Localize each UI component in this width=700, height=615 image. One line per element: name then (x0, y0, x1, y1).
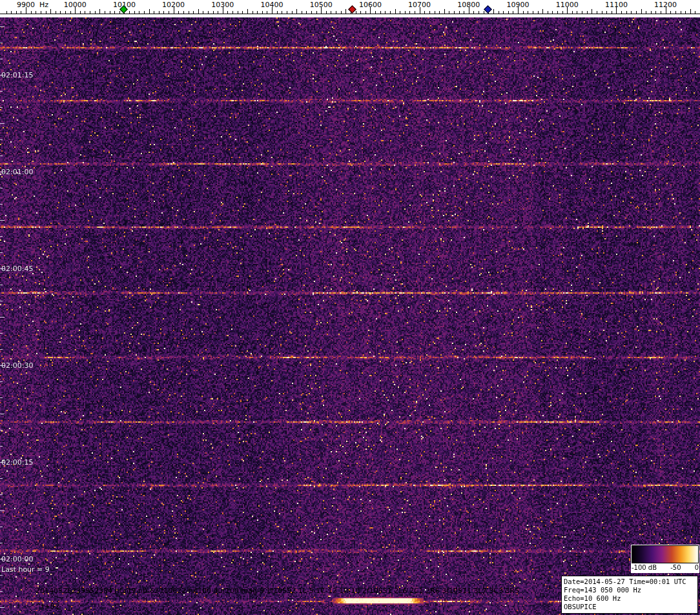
ruler-tick (582, 11, 582, 14)
ruler-tick (631, 11, 632, 14)
colorbar-mid-label: -50 (670, 564, 681, 571)
ruler-tick (336, 11, 336, 14)
frequency-ruler[interactable]: 9900100001010010200103001040010500106001… (0, 0, 700, 17)
freq-tick-label: 10700 (408, 1, 431, 9)
ruler-tick (533, 11, 533, 14)
ruler-tick (242, 11, 243, 14)
ruler-tick (538, 11, 539, 14)
ruler-tick (11, 11, 12, 14)
freq-unit-label: Hz (39, 1, 48, 9)
info-echo-line: Echo=10 600 Hz (564, 594, 695, 603)
ruler-tick (606, 11, 607, 14)
info-freq-line: Freq=143 050 000 Hz (564, 586, 695, 594)
ruler-tick (326, 11, 327, 14)
freq-tick-label: 10800 (457, 1, 480, 9)
ruler-tick (562, 11, 563, 14)
ruler-tick (41, 11, 41, 14)
ruler-tick (60, 11, 61, 14)
ruler-tick (523, 11, 524, 14)
ruler-tick (227, 11, 228, 14)
ruler-tick (621, 11, 622, 14)
ruler-tick (459, 11, 460, 14)
freq-tick-label: 10500 (310, 1, 333, 9)
ruler-tick (169, 11, 169, 14)
ruler-tick (380, 11, 381, 14)
colorbar-legend: -100 dB -50 0 (631, 545, 699, 573)
ruler-tick (110, 11, 110, 14)
ruler-tick (90, 11, 90, 14)
ruler-tick (31, 11, 32, 14)
freq-tick-label: 10200 (162, 1, 185, 9)
ruler-tick (306, 11, 307, 14)
ruler-tick (646, 11, 646, 14)
ruler-tick (587, 11, 588, 14)
ruler-tick (198, 9, 199, 14)
ruler-tick (365, 11, 366, 14)
ruler-tick (552, 11, 553, 14)
ruler-tick (651, 11, 652, 14)
ruler-tick (484, 11, 484, 14)
freq-tick-label: 11100 (605, 1, 628, 9)
info-station-line: OBSUPICE (564, 603, 695, 611)
ruler-tick (6, 11, 7, 14)
ruler-tick (287, 11, 287, 14)
ruler-tick (252, 11, 253, 14)
ruler-tick (405, 11, 406, 14)
ruler-tick (302, 11, 302, 14)
ruler-tick (292, 11, 293, 14)
colorbar-labels: -100 dB -50 0 (632, 564, 699, 571)
ruler-tick (218, 11, 218, 14)
ruler-tick (636, 11, 637, 14)
colorbar-max-label: 0 (695, 564, 699, 571)
ruler-tick (21, 11, 21, 14)
ruler-tick (316, 11, 317, 14)
ruler-tick (395, 9, 396, 14)
ruler-tick (163, 11, 164, 14)
freq-tick-label: 10000 (64, 1, 87, 9)
ruler-tick (149, 9, 150, 14)
ruler-tick (356, 11, 356, 14)
ruler-tick (341, 11, 342, 14)
ruler-tick (602, 11, 602, 14)
ruler-tick (232, 11, 233, 14)
ruler-tick (208, 11, 209, 14)
ruler-tick (46, 11, 46, 14)
ruler-tick (189, 11, 189, 14)
ruler-tick (238, 11, 238, 14)
blue-marker-diamond-icon[interactable] (484, 5, 492, 14)
ruler-tick (424, 11, 425, 14)
ruler-tick (193, 11, 194, 14)
ruler-tick (473, 11, 474, 14)
ruler-tick (178, 11, 179, 14)
ruler-tick (50, 9, 51, 14)
ruler-tick (685, 11, 686, 14)
ruler-tick (277, 11, 278, 14)
ruler-tick (695, 11, 695, 14)
freq-tick-label: 10300 (211, 1, 234, 9)
ruler-tick (85, 11, 85, 14)
ruler-tick (257, 11, 258, 14)
ruler-tick (454, 11, 455, 14)
info-box: Date=2014-05-27 Time=00:01 UTC Freq=143 … (561, 576, 698, 614)
ruler-tick (503, 11, 504, 14)
ruler-tick (409, 11, 410, 14)
ruler-tick (139, 11, 139, 14)
info-date-line: Date=2014-05-27 Time=00:01 UTC (564, 578, 695, 586)
ruler-tick (670, 11, 671, 14)
ruler-tick (429, 11, 430, 14)
ruler-tick (360, 11, 361, 14)
ruler-tick (479, 11, 479, 14)
spectrogram-canvas[interactable] (0, 17, 700, 615)
ruler-tick (203, 11, 203, 14)
ruler-tick (415, 11, 415, 14)
ruler-tick (36, 11, 36, 14)
ruler-tick (80, 11, 81, 14)
freq-tick-label: 10400 (261, 1, 283, 9)
ruler-tick (626, 11, 627, 14)
ruler-tick (282, 11, 282, 14)
ruler-tick (144, 11, 145, 14)
ruler-tick (114, 11, 115, 14)
ruler-tick (435, 11, 435, 14)
ruler-tick (375, 11, 376, 14)
ruler-tick (247, 9, 248, 14)
